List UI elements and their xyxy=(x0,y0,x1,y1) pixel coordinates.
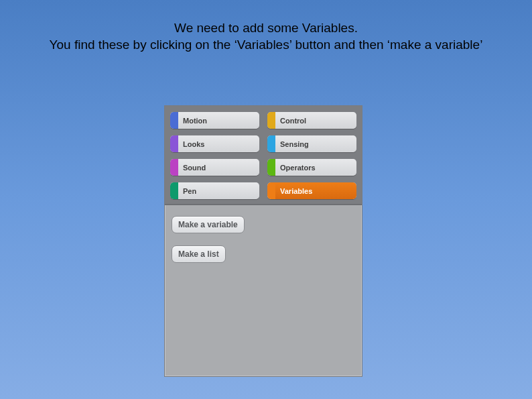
instruction-line2: You find these by clicking on the ‘Varia… xyxy=(50,38,483,52)
variables-color-tab xyxy=(267,182,275,199)
scratch-palette-panel: Motion Control Looks Sensing Sound Opera… xyxy=(164,105,362,377)
make-list-button[interactable]: Make a list xyxy=(172,245,226,263)
motion-color-tab xyxy=(170,112,178,129)
category-looks[interactable]: Looks xyxy=(170,135,259,152)
category-label: Pen xyxy=(178,182,259,199)
category-label: Looks xyxy=(178,135,259,152)
category-label: Sound xyxy=(178,159,259,176)
category-palette: Motion Control Looks Sensing Sound Opera… xyxy=(165,106,362,205)
looks-color-tab xyxy=(170,135,178,152)
sound-color-tab xyxy=(170,159,178,176)
instruction-text: We need to add some Variables. You find … xyxy=(0,0,532,53)
category-label: Variables xyxy=(275,182,356,199)
category-motion[interactable]: Motion xyxy=(170,112,259,129)
pen-color-tab xyxy=(170,182,178,199)
category-label: Operators xyxy=(275,159,356,176)
category-label: Motion xyxy=(178,112,259,129)
operators-color-tab xyxy=(267,159,275,176)
category-pen[interactable]: Pen xyxy=(170,182,259,199)
category-sensing[interactable]: Sensing xyxy=(267,135,356,152)
category-sound[interactable]: Sound xyxy=(170,159,259,176)
category-label: Sensing xyxy=(275,135,356,152)
control-color-tab xyxy=(267,112,275,129)
category-label: Control xyxy=(275,112,356,129)
sensing-color-tab xyxy=(267,135,275,152)
category-control[interactable]: Control xyxy=(267,112,356,129)
instruction-line1: We need to add some Variables. xyxy=(174,21,358,35)
make-variable-button[interactable]: Make a variable xyxy=(172,216,245,233)
category-variables[interactable]: Variables xyxy=(267,182,356,199)
variables-workspace: Make a variable Make a list xyxy=(165,205,362,286)
category-operators[interactable]: Operators xyxy=(267,159,356,176)
